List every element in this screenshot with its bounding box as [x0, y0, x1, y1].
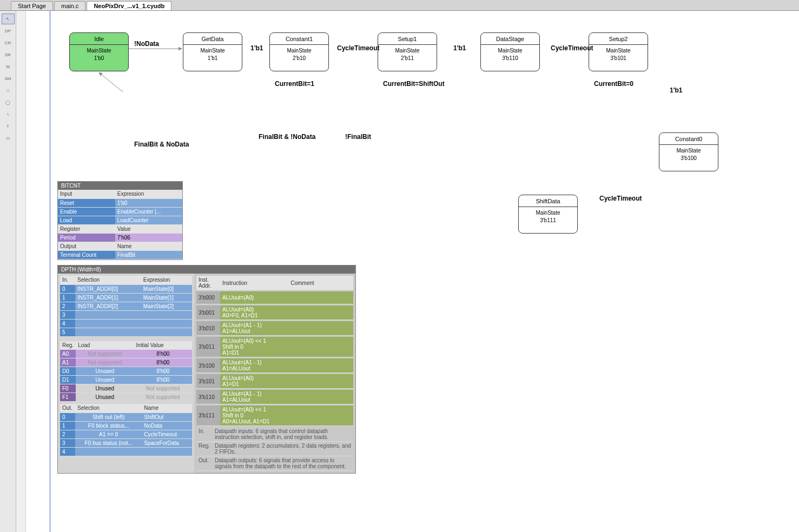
tab-start-page[interactable]: Start Page — [11, 1, 53, 10]
dpth-reg-table: Reg.LoadInitial Value A0Not supported8'h… — [60, 341, 192, 402]
state-getdata[interactable]: GetData MainState1'b1 — [183, 32, 242, 71]
state-constant1[interactable]: Constant1 MainState2'b10 — [269, 32, 329, 71]
state-title: Idle — [70, 33, 128, 45]
state-shiftdata[interactable]: ShiftData MainState3'b111 — [518, 195, 578, 234]
panel-bitcnt[interactable]: BITCNT InputExpression Reset1'b0 EnableE… — [57, 181, 183, 260]
state-setup2[interactable]: Setup2 MainState3'b101 — [589, 32, 648, 71]
tool-st[interactable]: St — [2, 61, 15, 72]
label-notfinalbit: !FinalBit — [345, 133, 371, 141]
toolbox: ↖ DP CR SR St SM □ ◯ \ T ▭ — [0, 11, 16, 532]
tab-neopixdrv[interactable]: NeoPixDrv_...v1_1.cyudb — [87, 1, 171, 10]
tool-ellipse[interactable]: ◯ — [2, 97, 15, 108]
label-finalbit-notnodata: FinalBit & !NoData — [259, 133, 315, 141]
tool-dp[interactable]: DP — [2, 25, 15, 36]
panel-title: BITCNT — [58, 182, 182, 190]
tab-main-c[interactable]: main.c — [54, 1, 85, 10]
label-cycletimeout-a: CycleTimeout — [337, 44, 379, 52]
state-datastage[interactable]: DataStage MainState3'b110 — [480, 32, 540, 71]
state-setup1[interactable]: Setup1 MainState2'b11 — [378, 32, 437, 71]
label-currentbit0: CurrentBit=0 — [594, 80, 633, 88]
dpth-inst-rows: 3'b000ALUout=(A0) 3'b001ALUout=(A0) A0=F… — [196, 290, 353, 427]
tool-sm[interactable]: SM — [2, 73, 15, 84]
tool-rect[interactable]: □ — [2, 85, 15, 96]
tool-line[interactable]: \ — [2, 109, 15, 119]
tool-text[interactable]: T — [2, 121, 15, 131]
panel-dpth[interactable]: DPTH (Width=8) In.SelectionExpression 0I… — [57, 265, 356, 474]
label-currentbit1: CurrentBit=1 — [275, 80, 314, 88]
dpth-inst-table: Inst. Addr.InstructionComment — [196, 276, 353, 290]
dpth-out-table: Out.SelectionName 0Shift out (left)Shift… — [60, 404, 192, 456]
state-idle[interactable]: Idle MainState1'b0 — [69, 32, 129, 71]
label-currentbitshift: CurrentBit=ShiftOut — [383, 80, 445, 88]
margin-line — [50, 11, 50, 532]
label-1b1-a: 1'b1 — [250, 44, 263, 52]
state-constant0[interactable]: Constant0 MainState3'b100 — [659, 132, 718, 171]
dpth-in-table: In.SelectionExpression 0INSTR_ADDR[0]Mai… — [60, 276, 192, 337]
dpth-notes: In.Datapath inputs: 6 signals that contr… — [196, 427, 353, 471]
tool-image[interactable]: ▭ — [2, 132, 15, 143]
label-finalbit-nodata: FinalBit & NoData — [134, 141, 189, 148]
canvas[interactable]: Idle MainState1'b0 GetData MainState1'b1… — [26, 11, 799, 532]
panel-title: DPTH (Width=8) — [58, 265, 355, 274]
label-cycletimeout-b: CycleTimeout — [551, 44, 593, 52]
label-cycletimeout-c: CycleTimeout — [599, 195, 642, 202]
tool-cr[interactable]: CR — [2, 37, 15, 48]
ruler — [16, 11, 26, 532]
label-1b1-b: 1'b1 — [453, 44, 466, 52]
label-1b1-c: 1'b1 — [670, 87, 683, 94]
tab-bar: Start Page main.c NeoPixDrv_...v1_1.cyud… — [0, 0, 799, 11]
tool-sr[interactable]: SR — [2, 49, 15, 60]
tool-pointer[interactable]: ↖ — [2, 14, 15, 24]
label-nodata: !NoData — [134, 40, 159, 48]
